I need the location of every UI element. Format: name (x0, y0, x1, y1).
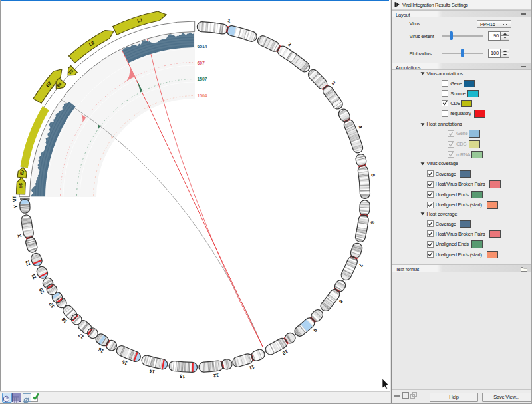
svg-text:Y: Y (13, 205, 19, 208)
svg-text:6514: 6514 (198, 44, 207, 49)
svg-text:E6: E6 (18, 183, 23, 189)
svg-text:1507: 1507 (198, 77, 207, 81)
svg-text:12: 12 (213, 372, 219, 379)
svg-text:E7: E7 (19, 169, 25, 175)
svg-text:1504: 1504 (198, 93, 207, 98)
svg-text:13: 13 (180, 373, 186, 380)
svg-text:MT: MT (12, 196, 17, 203)
svg-text:607: 607 (198, 61, 205, 65)
